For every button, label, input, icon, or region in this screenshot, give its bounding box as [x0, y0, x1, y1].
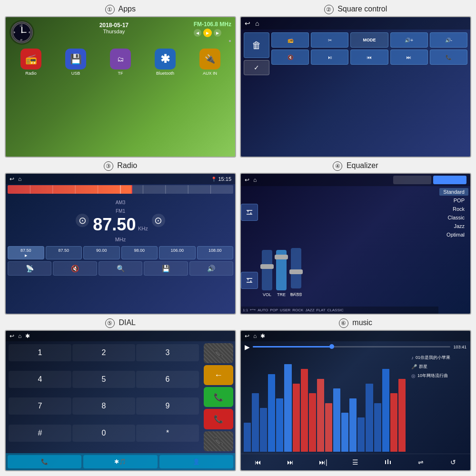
freq-preset-4[interactable]: 98.00: [121, 246, 158, 259]
music-shuffle-btn[interactable]: ⇌: [405, 456, 436, 468]
music-eq-btn[interactable]: [373, 456, 403, 468]
dial-key-0[interactable]: 0: [72, 425, 135, 442]
eq-preset-classic[interactable]: Classic: [439, 214, 468, 221]
freq-preset-1[interactable]: 87.50▶: [8, 246, 44, 259]
app-radio[interactable]: 📻 Radio: [20, 49, 41, 76]
play-btn[interactable]: ▶: [203, 29, 212, 37]
eq-vol-slider[interactable]: VOL: [262, 250, 272, 297]
dial-key-star[interactable]: *: [136, 425, 199, 442]
dial-key-2[interactable]: 2: [72, 344, 135, 361]
sq-back-icon[interactable]: ↩: [245, 20, 250, 27]
eq-ctrl-btn-2[interactable]: [241, 272, 258, 289]
dial-hangup-btn[interactable]: 📞: [204, 409, 233, 429]
dial-call-btn[interactable]: 📞: [204, 387, 233, 407]
eq-search-box[interactable]: [393, 176, 431, 184]
eq-preset-jazz[interactable]: Jazz: [439, 222, 468, 230]
radio-home-icon[interactable]: ⌂: [18, 176, 21, 182]
eq-preset-optimal[interactable]: Optimal: [439, 231, 468, 238]
sq-btn-mute[interactable]: 🔇: [271, 50, 309, 65]
app-usb[interactable]: 💾 USB: [65, 49, 86, 76]
music-bar-10: [317, 379, 324, 452]
dial-key-9[interactable]: 9: [136, 397, 199, 415]
dial-key-3[interactable]: 3: [136, 344, 199, 361]
eq-top-left: ↩ ⌂: [245, 177, 257, 183]
prev-btn[interactable]: ◀: [194, 29, 201, 37]
clock-face: 12 3 6 9: [11, 21, 33, 43]
dial-key-7[interactable]: 7: [9, 397, 71, 415]
music-bar-6: [284, 364, 291, 452]
next-btn[interactable]: ▶: [214, 29, 221, 37]
music-home-icon[interactable]: ⌂: [253, 333, 257, 339]
freq-preset-6[interactable]: 108.00: [197, 246, 234, 259]
eq-bass-slider[interactable]: INTRO BASS: [290, 248, 302, 297]
radio-ctrl-save[interactable]: 💾: [144, 261, 188, 276]
radio-freq: FM-106.8 MHz: [194, 21, 231, 28]
app-aux[interactable]: 🔌 AUX IN: [199, 49, 220, 76]
sq-btn-cut[interactable]: ✂: [311, 32, 348, 48]
app-tf[interactable]: 🗂 TF: [110, 49, 131, 76]
sq-btn-vol-up[interactable]: 🔊+: [390, 32, 428, 48]
music-bar-16: [366, 384, 373, 452]
eq-active-indicator: [433, 176, 466, 184]
freq-preset-3[interactable]: 90.00: [83, 246, 120, 259]
music-play-btn[interactable]: ▶: [245, 343, 250, 351]
music-bar-17: [374, 403, 381, 452]
eq-preset-pop[interactable]: POP: [439, 197, 468, 204]
dial-key-6[interactable]: 6: [136, 371, 199, 388]
sq-home-icon[interactable]: ⌂: [255, 20, 259, 27]
music-prev-btn[interactable]: ⏮: [243, 456, 273, 468]
sq-btn-phone[interactable]: 📞: [430, 50, 467, 65]
eq-tre-slider[interactable]: TRE: [276, 250, 287, 297]
music-top-bar: ↩ ⌂ ✱: [241, 331, 470, 341]
dial-bottom-phone[interactable]: 📞: [8, 455, 81, 468]
sq-btn-next[interactable]: ⏭: [390, 50, 428, 65]
dial-phone-btn[interactable]: 📞: [204, 343, 233, 363]
radio-ctrl-mute[interactable]: 🔇: [53, 261, 97, 276]
eq-main-content: VOL TRE: [241, 186, 470, 313]
sq-btn-mode[interactable]: MODE: [350, 32, 388, 48]
music-track-3[interactable]: ◎ 10年网络流行曲: [411, 373, 467, 379]
dial-key-hash[interactable]: #: [9, 425, 71, 442]
radio-ctrl-volume[interactable]: 🔊: [189, 261, 233, 276]
music-repeat-btn[interactable]: ↺: [438, 456, 468, 468]
dial-backspace-btn[interactable]: ←: [204, 365, 233, 385]
music-progress-bar[interactable]: [253, 346, 450, 347]
radio-ctrl-antenna[interactable]: 📡: [8, 261, 51, 276]
app-bluetooth[interactable]: ✱ Bluetooth: [155, 49, 176, 76]
sq-trash-btn[interactable]: 🗑: [244, 32, 269, 58]
eq-ctrl-btn-1[interactable]: [241, 204, 258, 221]
music-track-2[interactable]: 🎤 群星: [411, 364, 467, 370]
eq-preset-rock[interactable]: Rock: [439, 205, 468, 213]
radio-ctrl-search[interactable]: 🔍: [99, 261, 142, 276]
music-bar-11: [325, 403, 332, 452]
dial-key-8[interactable]: 8: [72, 397, 135, 415]
dial-bottom-music[interactable]: ✱🎵: [83, 455, 157, 468]
music-back-icon[interactable]: ↩: [245, 333, 249, 339]
sq-btn-playpause[interactable]: ⏯: [311, 50, 348, 65]
radio-back-icon[interactable]: ↩: [10, 176, 14, 182]
radio-prev-btn[interactable]: ⊙: [76, 214, 89, 227]
eq-home-icon[interactable]: ⌂: [253, 177, 257, 183]
music-play-pause-btn[interactable]: ⏭: [275, 456, 306, 468]
sq-check-btn[interactable]: ✓: [244, 60, 269, 75]
sq-btn-radio[interactable]: 📻: [271, 32, 309, 48]
freq-presets: 87.50▶ 87.50 90.00 98.00 106.00 108.00: [6, 246, 235, 259]
dial-key-1[interactable]: 1: [9, 344, 71, 361]
freq-preset-5[interactable]: 106.00: [159, 246, 196, 259]
eq-preset-standard[interactable]: Standard: [439, 188, 468, 196]
dial-key-4[interactable]: 4: [9, 371, 71, 388]
dial-key-5[interactable]: 5: [72, 371, 135, 388]
music-list-btn[interactable]: ☰: [340, 456, 371, 468]
eq-back-icon[interactable]: ↩: [245, 177, 249, 183]
music-next-btn[interactable]: ⏭|: [308, 456, 338, 468]
music-track-1[interactable]: ♪ 01你是我的小苹果: [411, 355, 467, 361]
freq-preset-2[interactable]: 87.50: [46, 246, 82, 259]
sq-btn-prev[interactable]: ⏮: [350, 50, 388, 65]
radio-next-btn[interactable]: ⊙: [152, 214, 165, 227]
radio-top-left: ↩ ⌂: [10, 176, 21, 182]
dial-mute-btn[interactable]: 📞: [204, 431, 233, 451]
sq-btn-vol-down[interactable]: 🔊-: [430, 32, 467, 48]
dial-bottom-contacts[interactable]: 👤: [159, 455, 233, 468]
dial-home-icon[interactable]: ⌂: [18, 333, 21, 339]
dial-back-icon[interactable]: ↩: [10, 333, 14, 339]
